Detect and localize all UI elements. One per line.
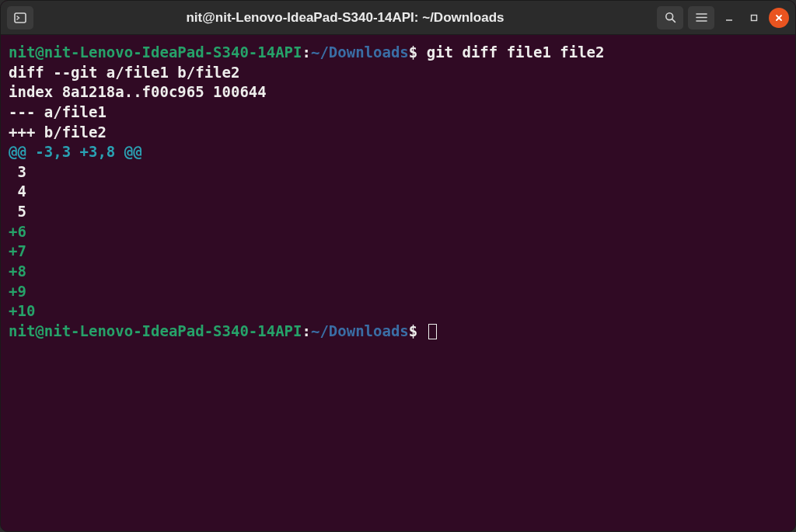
diff-header: diff --git a/file1 b/file2	[9, 64, 239, 81]
svg-rect-7	[752, 15, 757, 20]
prompt-cwd: ~/Downloads	[311, 43, 409, 61]
diff-context-line: 3	[9, 163, 26, 180]
search-icon	[665, 12, 676, 23]
new-tab-button[interactable]	[7, 6, 33, 30]
prompt-dollar: $	[409, 43, 417, 61]
close-icon	[774, 13, 784, 23]
close-button[interactable]	[769, 8, 789, 28]
command-text: git diff file1 file2	[427, 43, 605, 61]
maximize-icon	[749, 13, 759, 23]
diff-added-line: +8	[9, 263, 26, 280]
maximize-button[interactable]	[744, 8, 764, 28]
minimize-button[interactable]	[719, 8, 739, 28]
terminal-window: nit@nit-Lenovo-IdeaPad-S340-14API: ~/Dow…	[0, 0, 796, 532]
diff-plus-file: +++ b/file2	[9, 123, 106, 141]
prompt-colon: :	[302, 43, 311, 61]
diff-context-line: 4	[9, 183, 26, 200]
diff-added-line: +7	[9, 242, 26, 259]
diff-added-line: +6	[9, 223, 26, 240]
diff-added-line: +9	[9, 283, 26, 300]
search-button[interactable]	[657, 6, 683, 30]
svg-rect-0	[15, 13, 26, 23]
minimize-icon	[724, 13, 734, 23]
terminal-body[interactable]: nit@nit-Lenovo-IdeaPad-S340-14API:~/Down…	[1, 35, 795, 531]
svg-line-2	[672, 19, 675, 23]
prompt-user-host: nit@nit-Lenovo-IdeaPad-S340-14API	[9, 322, 302, 339]
window-title: nit@nit-Lenovo-IdeaPad-S340-14API: ~/Dow…	[33, 10, 657, 26]
hamburger-icon	[696, 12, 707, 23]
cursor	[428, 324, 437, 339]
diff-context-line: 5	[9, 203, 26, 220]
terminal-icon	[14, 12, 26, 23]
prompt-cwd: ~/Downloads	[311, 322, 409, 339]
prompt-user-host: nit@nit-Lenovo-IdeaPad-S340-14API	[9, 43, 302, 61]
diff-minus-file: --- a/file1	[9, 103, 106, 120]
diff-hunk: @@ -3,3 +3,8 @@	[9, 143, 142, 160]
prompt-dollar: $	[409, 322, 417, 339]
prompt-colon: :	[302, 322, 311, 339]
diff-index: index 8a1218a..f00c965 100644	[9, 83, 267, 100]
menu-button[interactable]	[688, 6, 714, 30]
diff-added-line: +10	[9, 302, 35, 319]
titlebar: nit@nit-Lenovo-IdeaPad-S340-14API: ~/Dow…	[1, 1, 795, 35]
